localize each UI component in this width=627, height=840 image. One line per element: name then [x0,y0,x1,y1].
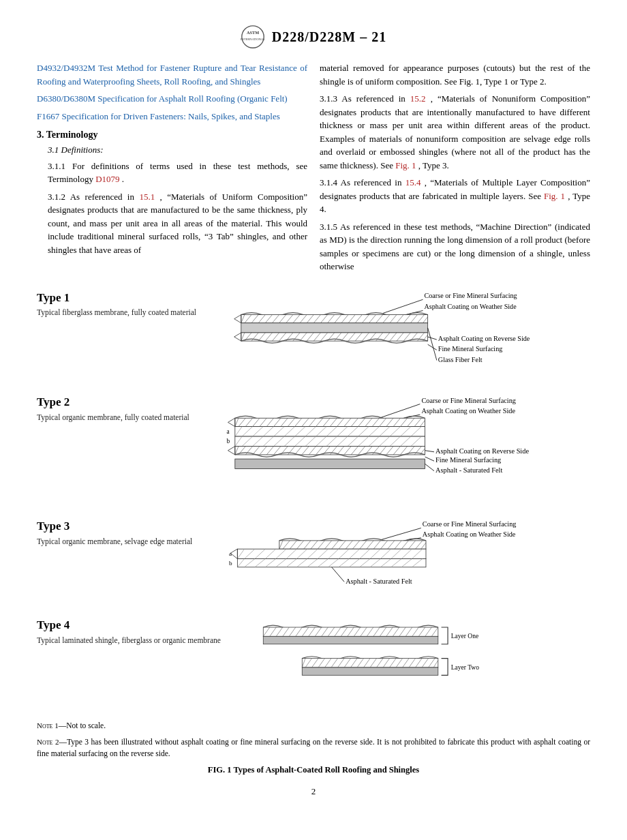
para-3-1-3: 3.1.3 As referenced in 15.2 , “Materials… [320,92,590,172]
diagrams-section: Type 1 Typical fiberglass membrane, full… [37,287,590,708]
svg-line-4 [383,299,423,313]
svg-text:Coarse or Fine Mineral Surfaci: Coarse or Fine Mineral Surfacing [421,397,516,404]
type1-graphic: Coarse or Fine Mineral Surfacing Asphalt… [203,287,590,380]
link-fig1-b[interactable]: Fig. 1 [544,191,565,201]
type1-desc: Typical fiberglass membrane, fully coate… [37,307,196,318]
svg-text:Asphalt Coating on Weather Sid: Asphalt Coating on Weather Side [423,530,516,538]
page-number: 2 [37,786,590,797]
svg-rect-176 [235,459,425,468]
type2-svg: Coarse or Fine Mineral Surfacing Asphalt… [196,391,590,500]
type2-graphic: Coarse or Fine Mineral Surfacing Asphalt… [196,391,590,503]
svg-text:Asphalt - Saturated Felt: Asphalt - Saturated Felt [346,578,412,586]
svg-rect-7 [241,314,428,322]
svg-marker-183 [228,419,234,427]
svg-rect-212 [238,550,427,559]
svg-line-253 [332,567,344,582]
ref-f1667: F1667 Specification for Driven Fasteners… [37,110,307,123]
type1-label: Type 1 Typical fiberglass membrane, full… [37,287,196,318]
type4-diagram-row: Type 4 Typical laminated shingle, fiberg… [37,614,590,708]
svg-rect-36 [241,322,428,332]
left-column: D4932/D4932M Test Method for Fastener Ru… [37,61,307,278]
svg-rect-107 [235,427,425,436]
right-column: material removed for appearance purposes… [320,61,590,278]
page: ASTM INTERNATIONAL D228/D228M – 21 D4932… [0,0,627,840]
svg-text:Coarse or Fine Mineral Surfaci: Coarse or Fine Mineral Surfacing [423,521,517,528]
svg-rect-78 [235,419,425,427]
link-15-4[interactable]: 15.4 [406,177,421,188]
para-right-1: material removed for appearance purposes… [320,61,590,88]
section-3-title: 3. Terminology [37,130,307,140]
ref-d4932: D4932/D4932M Test Method for Fastener Ru… [37,61,307,88]
type3-svg: Coarse or Fine Mineral Surfacing Asphalt… [199,515,590,599]
svg-line-180 [425,457,433,461]
document-title: D228/D228M – 21 [272,29,386,45]
svg-marker-73 [234,332,241,340]
svg-text:Fine Mineral Surfacing: Fine Mineral Surfacing [435,457,501,464]
type3-desc: Typical organic membrane, selvage edge m… [37,536,192,547]
svg-line-69 [428,344,437,350]
svg-text:b: b [229,560,232,567]
type1-diagram-row: Type 1 Typical fiberglass membrane, full… [37,287,590,380]
svg-rect-285 [302,659,438,668]
para-3-1-2: 3.1.2 As referenced in 15.1 , “Materials… [48,190,307,257]
section-3-1-title: 3.1 Definitions: [48,143,307,157]
svg-line-178 [425,451,433,452]
svg-rect-283 [263,637,438,644]
svg-text:Asphalt Coating on Weather Sid: Asphalt Coating on Weather Side [425,303,517,310]
type4-label: Type 4 Typical laminated shingle, fiberg… [37,614,221,646]
page-header: ASTM INTERNATIONAL D228/D228M – 21 [37,25,590,49]
svg-line-71 [428,327,437,360]
svg-text:Coarse or Fine Mineral Surfaci: Coarse or Fine Mineral Surfacing [425,292,517,299]
svg-text:a: a [226,428,229,435]
para-3-1-4: 3.1.4 As referenced in 15.4 , “Materials… [320,176,590,216]
type3-label: Type 3 Typical organic membrane, selvage… [37,515,192,547]
link-f1667[interactable]: F1667 Specification for Driven Fasteners… [37,111,280,121]
type1-title: Type 1 [37,290,196,306]
figure-notes: Note 1—Not to scale. Note 2—Type 3 has b… [37,720,590,760]
svg-text:INTERNATIONAL: INTERNATIONAL [241,38,265,41]
svg-text:Asphalt Coating on Reverse Sid: Asphalt Coating on Reverse Side [435,447,529,455]
svg-line-67 [428,337,437,340]
svg-rect-127 [235,436,425,446]
two-column-layout: D4932/D4932M Test Method for Fastener Ru… [37,61,590,278]
para-3-1-1: 3.1.1 For definitions of terms used in t… [48,160,307,186]
figure-caption: FIG. 1 Types of Asphalt-Coated Roll Roof… [37,765,590,775]
type1-svg: Coarse or Fine Mineral Surfacing Asphalt… [203,287,590,377]
svg-marker-184 [228,447,234,455]
link-d1079[interactable]: D1079 [95,174,119,184]
svg-line-182 [425,464,433,471]
note1: Note 1—Not to scale. [37,720,590,732]
type4-desc: Typical laminated shingle, fiberglass or… [37,635,221,646]
type3-diagram-row: Type 3 Typical organic membrane, selvage… [37,515,590,602]
link-d4932[interactable]: D4932/D4932M Test Method for Fastener Ru… [37,63,307,87]
svg-rect-147 [235,447,425,455]
type2-title: Type 2 [37,394,189,410]
svg-rect-37 [241,332,428,340]
note2: Note 2—Type 3 has been illustrated witho… [37,736,590,760]
svg-text:b: b [226,438,230,445]
svg-text:Asphalt - Saturated Felt: Asphalt - Saturated Felt [435,466,502,474]
type4-title: Type 4 [37,617,221,633]
svg-rect-232 [238,559,427,567]
svg-rect-189 [279,541,426,549]
link-15-2[interactable]: 15.2 [410,93,426,104]
svg-text:ASTM: ASTM [247,30,259,35]
svg-rect-308 [302,668,438,675]
svg-text:Layer One: Layer One [451,633,478,640]
svg-marker-72 [234,314,241,322]
ref-d6380: D6380/D6380M Specification for Asphalt R… [37,92,307,106]
type2-diagram-row: Type 2 Typical organic membrane, fully c… [37,391,590,503]
svg-text:Fine Mineral Surfacing: Fine Mineral Surfacing [438,345,502,352]
type4-graphic: Layer One [228,614,590,708]
type4-svg: Layer One [228,614,590,705]
type3-graphic: Coarse or Fine Mineral Surfacing Asphalt… [199,515,590,602]
link-15-1[interactable]: 15.1 [139,192,155,202]
svg-text:Layer Two: Layer Two [451,664,479,671]
link-d6380[interactable]: D6380/D6380M Specification for Asphalt R… [37,93,288,104]
type3-title: Type 3 [37,518,192,535]
astm-logo: ASTM INTERNATIONAL [241,25,265,49]
svg-text:Asphalt Coating on Reverse Sid: Asphalt Coating on Reverse Side [438,335,530,342]
link-fig1-a[interactable]: Fig. 1 [395,160,416,170]
svg-text:Asphalt Coating on Weather Sid: Asphalt Coating on Weather Side [421,407,515,415]
svg-text:Glass Fiber Felt: Glass Fiber Felt [438,355,483,363]
